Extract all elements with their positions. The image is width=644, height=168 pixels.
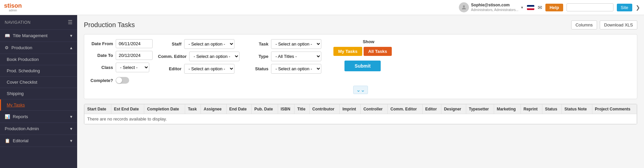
all-tasks-button[interactable]: All Tasks	[364, 47, 392, 56]
hamburger-icon[interactable]: ☰	[68, 19, 72, 25]
sidebar-label-my-tasks: My Tasks	[7, 102, 25, 107]
sidebar-label-shipping: Shipping	[7, 91, 24, 96]
toggle-knob	[116, 77, 122, 83]
user-details: Sophie@stison.com Administrators, Admini…	[471, 3, 518, 12]
task-select[interactable]: - Select an option -	[271, 39, 321, 49]
comm-editor-row: Comm. Editor - Select an option -	[158, 52, 239, 61]
chevron-up-icon: ▴	[70, 45, 72, 50]
sidebar: Navigation ☰ 📖 Title Management ▾ ⚙ Prod…	[0, 15, 77, 168]
no-records-message: There are no records available to displa…	[85, 114, 637, 124]
my-tasks-button[interactable]: My Tasks	[333, 47, 362, 56]
search-input[interactable]	[567, 3, 613, 11]
col-imprint: Imprint	[339, 104, 360, 114]
columns-button[interactable]: Columns	[571, 20, 597, 29]
date-to-label: Date To	[90, 53, 113, 58]
type-label: Type	[245, 54, 268, 59]
comm-editor-select[interactable]: - Select an option -	[189, 52, 239, 61]
sidebar-item-book-production[interactable]: Book Production	[0, 54, 77, 65]
col-reprint: Reprint	[521, 104, 542, 114]
user-dropdown-icon[interactable]: ▼	[521, 6, 524, 9]
sidebar-label-book-production: Book Production	[7, 57, 39, 62]
language-flag-icon[interactable]	[527, 5, 534, 10]
sidebar-label-production: Production	[11, 45, 32, 50]
topbar-expand-icon[interactable]: ❯	[636, 4, 640, 11]
complete-toggle[interactable]	[116, 77, 129, 84]
site-button[interactable]: Site	[617, 4, 632, 11]
main-layout: Navigation ☰ 📖 Title Management ▾ ⚙ Prod…	[0, 15, 644, 168]
date-to-input[interactable]	[116, 51, 153, 60]
sidebar-header: Navigation ☰	[0, 15, 77, 30]
col-project-comments: Project Comments	[592, 104, 637, 114]
sidebar-item-production[interactable]: ⚙ Production ▴	[0, 42, 77, 54]
sidebar-item-shipping[interactable]: Shipping	[0, 88, 77, 99]
sidebar-item-editorial[interactable]: 📋 Editorial ▾	[0, 135, 77, 147]
sidebar-nav-label: Navigation	[5, 20, 31, 25]
date-to-row: Date To	[90, 51, 153, 60]
date-from-row: Date From	[90, 39, 153, 48]
no-records-row: There are no records available to displa…	[85, 114, 637, 124]
chevron-down-icon-reports: ▾	[70, 114, 72, 119]
col-end-date: End Date	[226, 104, 252, 114]
col-comm-editor: Comm. Editor	[387, 104, 422, 114]
comm-editor-label: Comm. Editor	[158, 54, 186, 59]
top-bar-left: stison admin	[4, 3, 22, 12]
col-start-date: Start Date	[85, 104, 111, 114]
sidebar-item-reports[interactable]: 📊 Reports ▾	[0, 111, 77, 123]
type-select[interactable]: - All Titles -	[271, 52, 321, 61]
user-name: Sophie@stison.com	[471, 3, 518, 8]
content-area: Production Tasks Columns Download XLS Da…	[77, 15, 644, 168]
logo: stison admin	[4, 3, 22, 12]
sidebar-item-cover-checklist[interactable]: Cover Checklist	[0, 77, 77, 88]
complete-label: Complete?	[90, 78, 113, 83]
sidebar-label-reports: Reports	[13, 114, 28, 119]
show-label: Show	[351, 39, 374, 44]
help-button[interactable]: Help	[545, 4, 563, 11]
class-label: Class	[90, 65, 113, 70]
submit-button[interactable]: Submit	[344, 61, 380, 71]
chart-icon: 📊	[5, 114, 10, 119]
header-actions: Columns Download XLS	[571, 20, 637, 29]
top-bar: stison admin Sophie@stison.com Administr…	[0, 0, 644, 15]
col-assignee: Assignee	[201, 104, 226, 114]
col-pub-date: Pub. Date	[252, 104, 278, 114]
results-table: Start Date Est End Date Completion Date …	[84, 104, 637, 124]
class-row: Class - Select -	[90, 63, 153, 72]
table-area: Start Date Est End Date Completion Date …	[84, 104, 637, 124]
sidebar-item-my-tasks[interactable]: My Tasks	[0, 99, 77, 111]
user-role: Administrators, Administrators...	[471, 8, 518, 12]
col-title: Title	[294, 104, 310, 114]
download-xls-button[interactable]: Download XLS	[600, 20, 637, 29]
sidebar-label-cover-checklist: Cover Checklist	[7, 80, 37, 85]
page-title: Production Tasks	[84, 21, 135, 29]
status-label: Status	[245, 66, 268, 71]
svg-point-0	[463, 5, 465, 7]
date-from-input[interactable]	[116, 39, 153, 48]
chevron-down-icon-editorial: ▾	[70, 138, 72, 143]
col-marketing: Marketing	[494, 104, 521, 114]
sidebar-item-title-management[interactable]: 📖 Title Management ▾	[0, 30, 77, 42]
col-contributor: Contributor	[310, 104, 340, 114]
type-row: Type - All Titles -	[245, 52, 321, 61]
staff-select[interactable]: - Select an option -	[184, 39, 234, 49]
task-label: Task	[245, 41, 268, 47]
status-select[interactable]: - Select an option -	[271, 64, 321, 74]
task-row: Task - Select an option -	[245, 39, 321, 49]
status-row: Status - Select an option -	[245, 64, 321, 74]
editor-select[interactable]: - Select an option -	[184, 64, 234, 74]
staff-label: Staff	[158, 41, 181, 47]
sidebar-item-prod-scheduling[interactable]: Prod. Scheduling	[0, 65, 77, 77]
editorial-icon: 📋	[5, 138, 10, 143]
sidebar-item-production-admin[interactable]: Production Admin ▾	[0, 123, 77, 135]
expand-filters-icon[interactable]: ⌄⌄	[353, 86, 368, 94]
avatar	[459, 2, 469, 12]
sidebar-label-title-management: Title Management	[13, 33, 48, 38]
col-task: Task	[185, 104, 201, 114]
staff-row: Staff - Select an option -	[158, 39, 239, 49]
col-controller: Controller	[361, 104, 388, 114]
col-status: Status	[542, 104, 561, 114]
class-select[interactable]: - Select -	[116, 63, 149, 72]
user-info: Sophie@stison.com Administrators, Admini…	[459, 2, 524, 12]
editor-row: Editor - Select an option -	[158, 64, 239, 74]
sidebar-label-editorial: Editorial	[13, 138, 29, 143]
mail-icon[interactable]: ✉	[538, 4, 542, 11]
